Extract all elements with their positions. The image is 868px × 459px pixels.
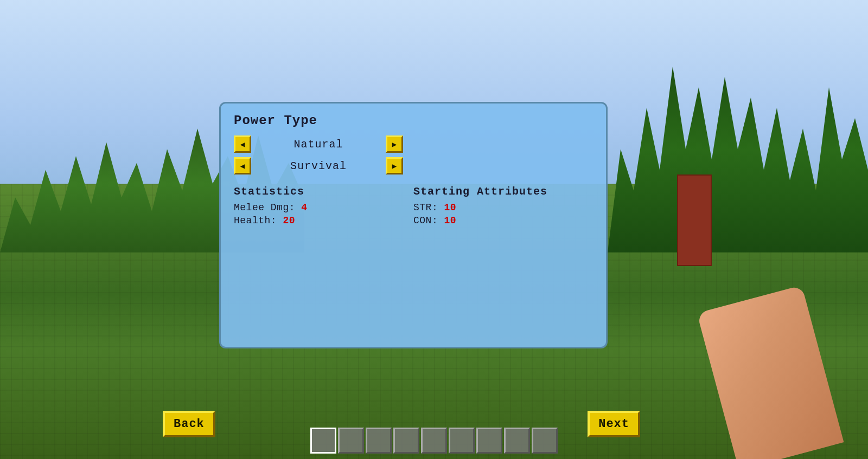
health-row: Health: 20 <box>234 215 413 226</box>
right-arrow-icon-2: ▶ <box>392 161 397 171</box>
melee-dmg-label: Melee Dmg: <box>234 202 295 213</box>
survival-label: Survival <box>290 160 347 172</box>
hotbar-slot[interactable] <box>393 428 419 454</box>
left-arrow-icon: ◀ <box>240 140 245 149</box>
back-button[interactable]: Back <box>163 411 215 437</box>
stats-section: Statistics Melee Dmg: 4 Health: 20 Start… <box>234 185 593 228</box>
right-arrow-icon: ▶ <box>392 140 397 149</box>
natural-selector: ◀ Natural ▶ <box>234 135 593 153</box>
str-row: STR: 10 <box>413 202 593 213</box>
statistics-title: Statistics <box>234 185 413 198</box>
health-value: 20 <box>283 215 295 226</box>
hotbar-slot[interactable] <box>504 428 530 454</box>
hotbar-slot[interactable] <box>532 428 558 454</box>
hotbar-slot[interactable] <box>310 428 336 454</box>
str-value: 10 <box>444 202 457 213</box>
attributes-title: Starting Attributes <box>413 185 593 198</box>
hotbar-slot[interactable] <box>421 428 447 454</box>
hotbar-slot[interactable] <box>366 428 392 454</box>
con-row: CON: 10 <box>413 215 593 226</box>
structure <box>677 174 712 266</box>
survival-left-button[interactable]: ◀ <box>234 157 251 174</box>
left-arrow-icon-2: ◀ <box>240 161 245 171</box>
str-label: STR: <box>413 202 438 213</box>
hotbar <box>310 428 558 454</box>
power-type-dialog: Power Type ◀ Natural ▶ ◀ Survival ▶ Stat… <box>219 102 608 348</box>
con-value: 10 <box>444 215 457 226</box>
hotbar-slot[interactable] <box>338 428 364 454</box>
natural-label: Natural <box>294 138 343 151</box>
melee-dmg-value: 4 <box>301 202 307 213</box>
statistics-column: Statistics Melee Dmg: 4 Health: 20 <box>234 185 413 228</box>
hotbar-slot[interactable] <box>449 428 475 454</box>
dialog-title: Power Type <box>234 113 593 128</box>
survival-right-button[interactable]: ▶ <box>386 157 403 174</box>
attributes-column: Starting Attributes STR: 10 CON: 10 <box>413 185 593 228</box>
con-label: CON: <box>413 215 438 226</box>
next-button[interactable]: Next <box>588 411 640 437</box>
natural-right-button[interactable]: ▶ <box>386 135 403 153</box>
hotbar-slot[interactable] <box>476 428 502 454</box>
survival-selector: ◀ Survival ▶ <box>234 157 593 174</box>
melee-dmg-row: Melee Dmg: 4 <box>234 202 413 213</box>
health-label: Health: <box>234 215 277 226</box>
natural-left-button[interactable]: ◀ <box>234 135 251 153</box>
